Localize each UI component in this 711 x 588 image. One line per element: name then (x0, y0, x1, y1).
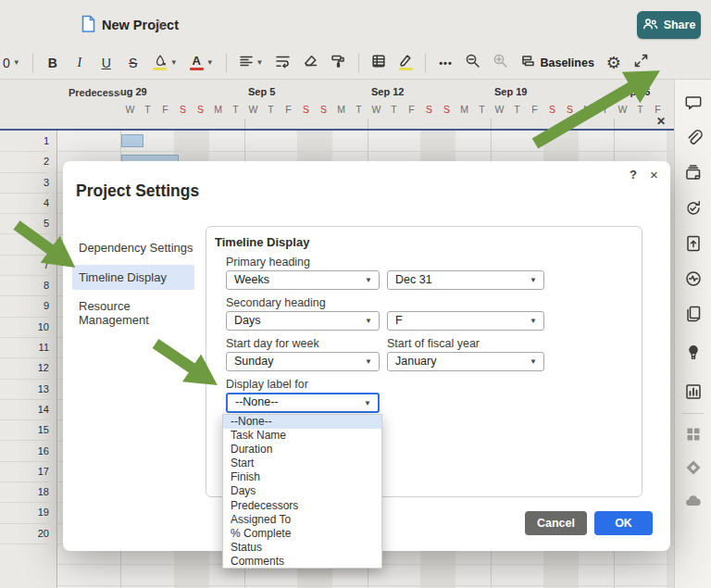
row-number[interactable]: 10 (0, 317, 49, 338)
row-number[interactable]: 9 (0, 295, 49, 317)
dropdown-option[interactable]: Days (223, 484, 381, 498)
document-copy-icon[interactable] (683, 304, 704, 324)
more-button[interactable]: ••• (438, 51, 453, 75)
secondary-heading-select[interactable]: Days▼ (226, 311, 380, 331)
week-label: Sep 12 (371, 86, 404, 97)
row-number[interactable]: 14 (0, 399, 49, 420)
row-number[interactable]: 15 (0, 419, 49, 441)
start-day-select[interactable]: Sunday▼ (226, 352, 380, 371)
row-number[interactable]: 11 (0, 337, 49, 358)
top-bar: New Project ☆ Share (0, 0, 711, 46)
expand-button[interactable] (633, 51, 648, 75)
wrap-text-button[interactable] (275, 51, 291, 75)
align-left-icon (239, 54, 254, 72)
bold-button[interactable]: B (45, 51, 60, 75)
close-dialog-icon[interactable]: × (650, 167, 658, 182)
format-painter-icon (331, 54, 346, 72)
row-number[interactable]: 2 (0, 151, 49, 172)
row-number[interactable]: 4 (0, 193, 49, 214)
dropdown-option[interactable]: Task Name (223, 429, 381, 443)
day-letter: W (121, 104, 139, 115)
dropdown-option[interactable]: Assigned To (223, 513, 381, 527)
dropdown-option[interactable]: % Complete (223, 527, 381, 541)
file-upload-icon[interactable] (683, 233, 704, 254)
day-letter: M (332, 104, 350, 115)
gantt-bar-row-1[interactable] (121, 134, 143, 147)
row-number[interactable]: 19 (0, 502, 49, 523)
fiscal-year-select[interactable]: January▼ (387, 352, 544, 371)
cancel-button[interactable]: Cancel (525, 511, 587, 535)
primary-heading-select[interactable]: Weeks▼ (226, 270, 380, 290)
day-letter: W (368, 104, 385, 115)
dropdown-option[interactable]: Comments (223, 555, 381, 569)
chevron-down-icon: ▼ (530, 276, 537, 285)
align-left-button[interactable]: ▼ (239, 51, 264, 75)
dropdown-option[interactable]: --None-- (223, 415, 381, 429)
dropdown-option[interactable]: Duration (223, 443, 381, 457)
row-number[interactable]: 3 (0, 172, 49, 194)
zoom-out-button[interactable] (465, 51, 480, 75)
font-size-select[interactable]: 0▼ (3, 51, 20, 75)
nav-item-dependency-settings[interactable]: Dependency Settings (72, 235, 194, 260)
dropdown-option[interactable]: Predecessors (223, 499, 381, 513)
strikethrough-button[interactable]: S (126, 51, 141, 75)
start-day-label: Start day for week (226, 337, 319, 350)
settings-gear-button[interactable]: ⚙ (606, 51, 621, 75)
dropdown-option[interactable]: Status (223, 541, 381, 555)
text-color-button[interactable]: A▼ (190, 51, 214, 75)
italic-button[interactable]: I (72, 51, 87, 75)
comment-icon[interactable] (683, 93, 704, 113)
day-letter: S (543, 104, 561, 115)
row-number[interactable]: 8 (0, 275, 49, 296)
proofs-icon[interactable] (683, 163, 704, 183)
close-gantt-icon[interactable]: ✕ (656, 115, 666, 128)
secondary-date-select[interactable]: F▼ (387, 311, 544, 331)
row-number[interactable]: 18 (0, 482, 49, 503)
bar-chart-icon[interactable] (683, 382, 704, 402)
grid-icon[interactable] (683, 424, 704, 444)
row-number[interactable]: 7 (0, 255, 49, 276)
ok-button[interactable]: OK (594, 511, 653, 535)
nav-item-resource-management[interactable]: Resource Management (72, 294, 194, 332)
zoom-out-icon (465, 53, 480, 72)
display-label-select[interactable]: --None--▼ (226, 393, 380, 413)
day-letter: S (297, 104, 315, 115)
dropdown-option[interactable]: Start (223, 457, 381, 470)
row-number[interactable]: 17 (0, 461, 49, 482)
row-number[interactable]: 5 (0, 213, 49, 234)
day-letter: M (209, 104, 227, 115)
diamond-icon[interactable] (683, 457, 704, 478)
chevron-down-icon: ▼ (530, 357, 537, 367)
chevron-down-icon: ▼ (256, 58, 264, 67)
row-number[interactable]: 12 (0, 357, 49, 379)
row-number[interactable]: 13 (0, 379, 49, 400)
paperclip-icon[interactable] (683, 128, 704, 148)
cloud-icon[interactable] (683, 491, 704, 511)
row-number[interactable]: 1 (0, 131, 49, 152)
eraser-button[interactable] (303, 51, 318, 75)
dropdown-option[interactable]: Finish (223, 470, 381, 484)
format-painter-button[interactable] (331, 51, 346, 75)
primary-date-select[interactable]: Dec 31▼ (387, 270, 544, 290)
fill-color-button[interactable]: ▼ (153, 51, 178, 75)
favorite-star-icon[interactable]: ☆ (152, 16, 166, 35)
baselines-button[interactable]: Baselines (520, 51, 593, 75)
activity-icon[interactable] (683, 269, 704, 289)
grid-view-button[interactable] (371, 51, 386, 75)
day-letter: S (192, 104, 209, 115)
toolbar-separator (32, 54, 33, 72)
sync-icon[interactable] (683, 198, 704, 219)
row-number[interactable]: 16 (0, 441, 49, 462)
help-icon[interactable]: ? (630, 168, 637, 181)
predecessors-column-header[interactable]: Predecessors (0, 80, 120, 131)
underline-button[interactable]: U (99, 51, 114, 75)
row-number[interactable]: 6 (0, 234, 49, 256)
highlighter-button[interactable] (398, 51, 413, 75)
nav-item-timeline-display[interactable]: Timeline Display (72, 265, 194, 290)
balloon-icon[interactable] (683, 343, 704, 363)
day-letter: T (350, 104, 368, 115)
share-button[interactable]: Share (637, 11, 701, 39)
row-number-column: 1234567891011121314151617181920 (0, 131, 57, 588)
formatting-toolbar: 0▼BIUS▼A▼▼•••Baselines⚙ (0, 46, 711, 80)
row-number[interactable]: 20 (0, 523, 49, 544)
